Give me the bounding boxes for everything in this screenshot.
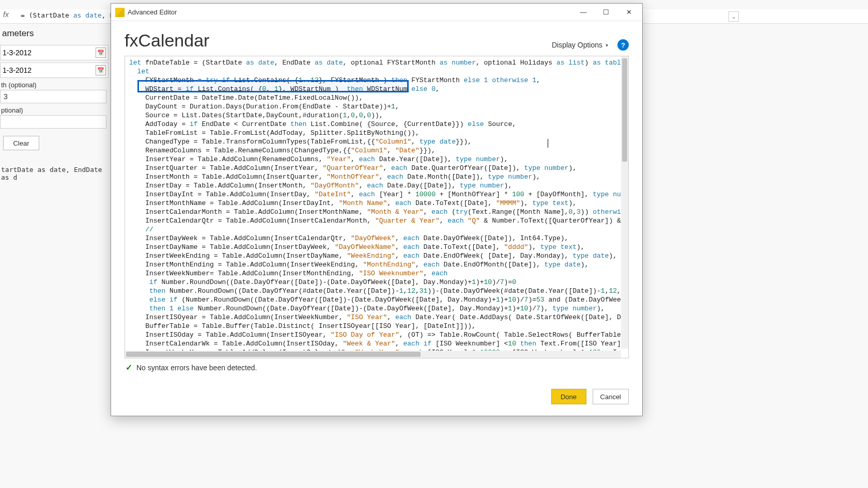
- calendar-icon[interactable]: 📅: [96, 48, 106, 58]
- expand-icon[interactable]: ⌄: [729, 11, 739, 22]
- optional-input-box[interactable]: [0, 115, 106, 129]
- formula-text: = (StartDate as date, En: [21, 11, 118, 19]
- calendar-icon[interactable]: 📅: [96, 65, 106, 75]
- done-button[interactable]: Done: [551, 389, 586, 404]
- horizontal-scroll-thumb[interactable]: [126, 352, 421, 357]
- month-input-box[interactable]: 3: [0, 90, 106, 103]
- close-button[interactable]: ✕: [617, 4, 640, 21]
- help-icon[interactable]: ?: [617, 39, 629, 51]
- display-options-button[interactable]: Display Options ▾: [552, 41, 608, 49]
- chevron-down-icon: ▾: [606, 42, 608, 48]
- vertical-scroll-thumb[interactable]: [622, 58, 627, 162]
- clear-button[interactable]: Clear: [3, 136, 39, 150]
- status-text: No syntax errors have been detected.: [136, 364, 257, 372]
- app-icon: [115, 8, 125, 17]
- start-date-field[interactable]: 📅: [0, 45, 109, 60]
- title-bar: Advanced Editor — ☐ ✕: [111, 4, 642, 21]
- code-editor[interactable]: let fnDateTable = (StartDate as date, En…: [125, 56, 629, 358]
- function-def-text: tartDate as date, EndDate as d: [0, 166, 109, 181]
- display-options-label: Display Options: [552, 41, 602, 49]
- horizontal-scrollbar[interactable]: [125, 351, 621, 358]
- vertical-scrollbar[interactable]: [621, 56, 628, 349]
- end-date-input[interactable]: [3, 66, 96, 74]
- query-name: fxCalendar: [125, 30, 209, 51]
- parameters-panel: ameters 📅 📅 th (optional) 3 ptional) Cle…: [0, 28, 109, 181]
- optional-label: ptional): [0, 106, 109, 114]
- header-row: fxCalendar Display Options ▾ ?: [111, 21, 642, 56]
- text-caret: [548, 139, 548, 148]
- dialog-title: Advanced Editor: [128, 8, 177, 16]
- maximize-button[interactable]: ☐: [595, 4, 617, 21]
- advanced-editor-dialog: Advanced Editor — ☐ ✕ fxCalendar Display…: [111, 3, 643, 416]
- fx-label: fx: [3, 10, 9, 19]
- month-value: 3: [4, 92, 8, 101]
- button-row: Done Cancel: [111, 381, 642, 416]
- cancel-button[interactable]: Cancel: [593, 389, 629, 404]
- code-text[interactable]: let fnDateTable = (StartDate as date, En…: [125, 56, 621, 351]
- status-row: ✓ No syntax errors have been detected.: [111, 358, 642, 372]
- month-optional-label: th (optional): [0, 81, 109, 89]
- check-icon: ✓: [126, 363, 132, 372]
- parameters-header: ameters: [0, 28, 109, 39]
- start-date-input[interactable]: [3, 49, 96, 57]
- minimize-button[interactable]: —: [572, 4, 595, 21]
- end-date-field[interactable]: 📅: [0, 62, 109, 78]
